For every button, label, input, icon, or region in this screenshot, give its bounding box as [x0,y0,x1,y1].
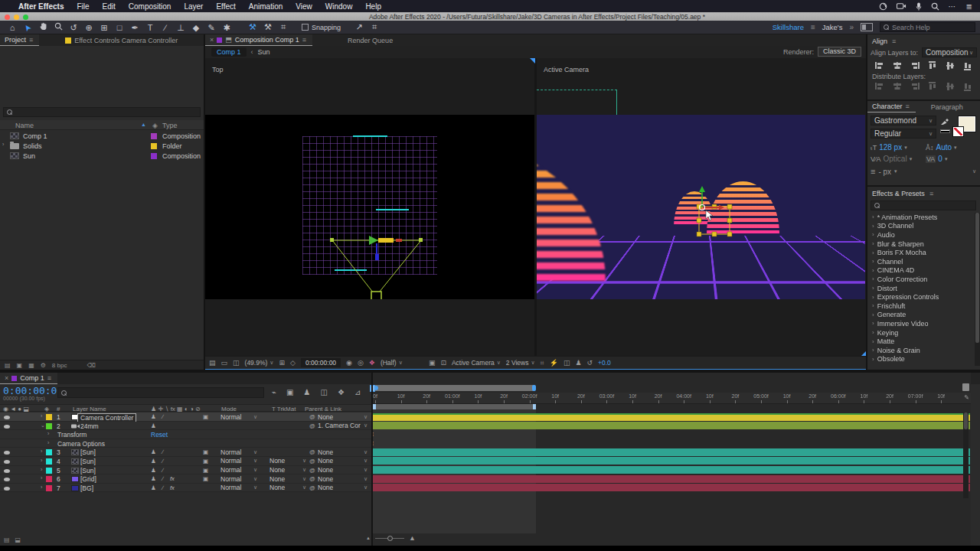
pickwhip-icon[interactable]: @ [309,467,315,474]
column-type[interactable]: Type [162,122,178,129]
quality-switch-icon[interactable]: ∕ [162,475,163,482]
tab-character[interactable]: Character≡ [867,101,916,112]
roi-icon[interactable]: ▣ [429,359,436,367]
expand-chevron-icon[interactable]: › [41,467,42,472]
tab-composition[interactable]: × ⬒ Composition Comp 1 ≡ [205,34,312,46]
frame-blending-icon[interactable]: ◫ [320,388,327,396]
visibility-eye-icon[interactable] [4,487,10,491]
rulers-icon[interactable]: ⊞ [279,359,285,367]
layer-duration-bar[interactable] [373,484,970,491]
zoom-in-mountain-icon[interactable]: ▲ [409,534,416,542]
stroke-width-control[interactable]: ≡- px▾ ∨ [871,167,976,176]
blend-mode-dropdown[interactable]: Normal∨ [220,466,257,474]
label-color-swatch[interactable] [151,153,157,159]
label-color-swatch[interactable] [46,468,52,474]
effects-category-expression-controls[interactable]: ›Expression Controls [869,292,973,302]
property-row-camera-options[interactable]: ›Camera Options [0,439,371,448]
fast-previews-icon[interactable]: ⚡ [550,359,558,367]
eraser-tool[interactable]: ◆ [188,22,204,34]
close-window-button[interactable] [5,15,10,20]
rig-person-icon[interactable]: ⚒ [245,21,260,33]
always-preview-icon[interactable]: ▤ [209,359,216,367]
quality-switch-icon[interactable]: ∕ [162,448,163,455]
rectangle-tool[interactable]: □ [112,22,127,34]
3d-switch-icon[interactable]: ▣ [203,448,208,455]
layer-row-4[interactable]: ›4[Sun]♟∕▣Normal∨None∨@None∨ [0,457,371,466]
composition-mini-flowchart-icon[interactable]: ⌁ [272,388,276,396]
expand-chevron-icon[interactable]: › [2,142,4,147]
pan-behind-tool[interactable]: ⊞ [96,22,112,34]
close-icon[interactable]: × [210,36,214,44]
tab-timeline-comp1[interactable]: × Comp 1 ≡ [0,373,57,384]
property-row-transform[interactable]: ›TransformReset [0,430,371,439]
effects-category-channel[interactable]: ›Channel [869,257,973,266]
hand-tool[interactable] [35,21,51,32]
layer-row-7[interactable]: ›7[BG]♟∕fxNormal∨None∨@None∨ [0,484,371,493]
workspace-menu-icon[interactable]: ≡ [811,23,815,31]
expand-inout-icon[interactable]: ⬓ [15,536,21,543]
orbit-camera-tool[interactable]: ⊕ [81,22,96,34]
column-layer-name[interactable]: Layer Name [73,406,106,412]
spotlight-search-icon[interactable] [931,2,939,11]
blend-mode-dropdown[interactable]: Normal∨ [220,457,257,465]
snapping-checkbox[interactable] [302,24,309,31]
time-ruler[interactable]: 0f10f20f01:00f10f20f02:00f10f20f03:00f10… [373,393,971,404]
pickwhip-icon[interactable]: @ [309,448,315,455]
panel-divider[interactable] [204,34,205,370]
control-center-icon[interactable]: ⋯ [949,2,957,11]
effects-category-keying[interactable]: ›Keying [869,328,973,337]
mask-visibility-icon[interactable]: ◇ [290,359,296,367]
label-color-swatch[interactable] [46,476,52,482]
hide-shy-layers-icon[interactable]: ♟ [303,388,310,396]
leading-control[interactable]: Å↕Auto▾ [926,143,957,152]
sort-asc-icon[interactable]: ▲ [141,122,146,127]
column-parent-link[interactable]: Parent & Link [305,406,341,412]
effects-category--animation-presets[interactable]: ›* Animation Presets [869,213,973,222]
visibility-eye-icon[interactable] [4,451,10,455]
tracking-control[interactable]: VA0▾ [926,155,947,163]
shy-switch-icon[interactable]: ♟ [151,458,156,465]
active-camera-canvas[interactable] [537,115,865,299]
blend-mode-dropdown[interactable]: Normal∨ [220,475,257,483]
project-search-field[interactable] [3,107,201,117]
align-right-button[interactable] [909,60,920,70]
new-comp-icon[interactable]: ▦ [28,362,34,369]
shy-switch-icon[interactable]: ♟ [151,467,156,474]
expand-chevron-icon[interactable]: › [41,448,42,454]
quality-switch-icon[interactable]: ∕ [162,467,163,474]
resolution-dropdown[interactable]: (Half)∨ [381,359,423,367]
help-search-field[interactable]: Search Help [880,22,975,32]
timeline-search-field[interactable] [57,387,264,398]
visibility-eye-icon[interactable] [4,469,10,473]
3d-switch-icon[interactable]: ▣ [203,458,208,465]
shy-switch-icon[interactable]: ♟ [151,422,156,429]
parent-link-dropdown[interactable]: None∨ [318,457,368,465]
comp-viewport[interactable]: Top Active Camera [205,58,866,357]
align-to-dropdown[interactable]: Composition∨ [922,47,977,57]
timeline-scrollbar[interactable] [963,412,969,498]
puppet-pin-tool[interactable]: ✱ [219,22,234,34]
expand-chevron-icon[interactable]: › [41,413,42,419]
menu-layer[interactable]: Layer [184,2,203,11]
font-size-control[interactable]: ₜT128 px▾ [871,143,907,152]
top-view-canvas[interactable] [205,115,534,299]
layer-name[interactable]: [BG] [80,484,93,492]
shy-switch-icon[interactable]: ♟ [151,448,156,455]
exposure-value[interactable]: +0.0 [598,359,611,367]
effects-category-obsolete[interactable]: ›Obsolete [869,355,973,364]
parent-link-dropdown[interactable]: None∨ [318,466,368,474]
pen-tool[interactable]: ✒ [127,22,142,34]
effects-scrollbar[interactable] [975,213,980,366]
clone-stamp-tool[interactable]: ⊥ [173,22,188,34]
comp-marker-bin-icon[interactable] [962,383,969,391]
new-folder-icon[interactable]: ▣ [17,362,23,369]
quality-switch-icon[interactable]: ∕ [162,458,163,465]
effects-category-distort[interactable]: ›Distort [869,284,973,293]
align-vc-button[interactable] [945,60,956,70]
renderer-button[interactable]: Classic 3D [818,47,861,57]
timeline-icon[interactable]: ◫ [564,359,570,367]
snap-angle-icon[interactable]: ↗ [351,21,367,33]
menu-animation[interactable]: Animation [249,2,283,11]
label-column-icon[interactable]: ◈ [152,122,158,129]
menu-edit[interactable]: Edit [103,2,116,11]
